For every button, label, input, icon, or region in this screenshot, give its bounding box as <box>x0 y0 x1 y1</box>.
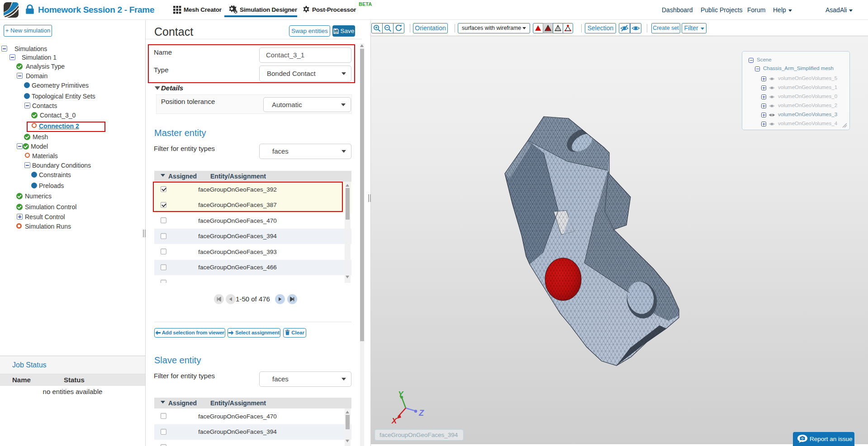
svg-text:Z: Z <box>418 408 424 418</box>
svg-text:X: X <box>391 417 398 425</box>
svg-text:Y: Y <box>398 390 404 399</box>
